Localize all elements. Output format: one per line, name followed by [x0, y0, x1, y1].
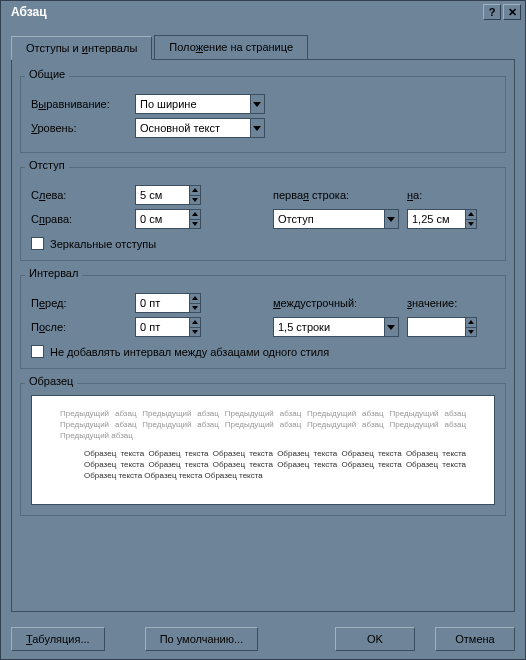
line-spacing-label: междустрочный:: [273, 297, 399, 309]
firstline-combo[interactable]: [273, 209, 399, 229]
chevron-down-icon[interactable]: [250, 119, 264, 137]
group-indent-title: Отступ: [25, 159, 69, 171]
tab-indents-spacing[interactable]: Отступы и интервалы: [11, 36, 152, 60]
tabstrip: Отступы и интервалы Положение на страниц…: [11, 35, 515, 60]
indent-right-spin[interactable]: [135, 209, 201, 229]
mirror-indents-label: Зеркальные отступы: [50, 238, 156, 250]
space-after-spin[interactable]: [135, 317, 201, 337]
level-combo[interactable]: [135, 118, 265, 138]
spin-down-icon[interactable]: [466, 327, 477, 337]
mirror-indents-check[interactable]: Зеркальные отступы: [31, 237, 495, 250]
no-space-same-style-label: Не добавлять интервал между абзацами одн…: [50, 346, 329, 358]
indent-right-value[interactable]: [136, 210, 189, 228]
spin-down-icon[interactable]: [190, 303, 200, 313]
level-value[interactable]: [136, 119, 250, 137]
ok-button[interactable]: OK: [335, 627, 415, 651]
spacing-value-label: значение:: [407, 297, 467, 309]
tab-page-position[interactable]: Положение на странице: [154, 35, 308, 59]
spacing-value-spin[interactable]: [407, 317, 477, 337]
spin-down-icon[interactable]: [190, 195, 200, 205]
space-before-label: Перед:: [31, 297, 127, 309]
space-before-spin[interactable]: [135, 293, 201, 313]
checkbox-icon: [31, 345, 44, 358]
default-button[interactable]: По умолчанию...: [145, 627, 259, 651]
by-value[interactable]: [408, 210, 465, 228]
preview-curr-text: Образец текста Образец текста Образец те…: [60, 448, 466, 482]
chevron-down-icon[interactable]: [250, 95, 264, 113]
space-after-value[interactable]: [136, 318, 189, 336]
chevron-down-icon[interactable]: [384, 318, 398, 336]
chevron-down-icon[interactable]: [384, 210, 398, 228]
indent-left-label: Слева:: [31, 189, 127, 201]
space-before-value[interactable]: [136, 294, 189, 312]
spin-up-icon[interactable]: [190, 318, 200, 327]
paragraph-dialog: Абзац ? ✕ Отступы и интервалы Положение …: [0, 0, 526, 660]
tabs-button[interactable]: Табуляция...: [11, 627, 105, 651]
spin-up-icon[interactable]: [466, 210, 477, 219]
spin-down-icon[interactable]: [190, 219, 200, 229]
titlebar: Абзац ? ✕: [1, 1, 525, 23]
by-spin[interactable]: [407, 209, 477, 229]
preview-box: Предыдущий абзац Предыдущий абзац Предыд…: [31, 395, 495, 505]
group-spacing-title: Интервал: [25, 267, 82, 279]
preview-prev-text: Предыдущий абзац Предыдущий абзац Предыд…: [60, 408, 466, 442]
level-label: Уровень:: [31, 122, 127, 134]
indent-left-value[interactable]: [136, 186, 189, 204]
help-button[interactable]: ?: [483, 4, 501, 20]
spin-up-icon[interactable]: [466, 318, 477, 327]
indent-right-label: Справа:: [31, 213, 127, 225]
spin-down-icon[interactable]: [466, 219, 477, 229]
button-bar: Табуляция... По умолчанию... OK Отмена: [11, 627, 515, 651]
window-title: Абзац: [5, 5, 483, 19]
checkbox-icon: [31, 237, 44, 250]
spin-up-icon[interactable]: [190, 186, 200, 195]
group-general: Общие Выравнивание: Уровень:: [20, 76, 506, 153]
alignment-label: Выравнивание:: [31, 98, 127, 110]
by-label: на:: [407, 189, 467, 201]
firstline-label: первая строка:: [273, 189, 399, 201]
spacing-value-value[interactable]: [408, 318, 465, 336]
spin-up-icon[interactable]: [190, 210, 200, 219]
alignment-value[interactable]: [136, 95, 250, 113]
spin-down-icon[interactable]: [190, 327, 200, 337]
group-preview: Образец Предыдущий абзац Предыдущий абза…: [20, 383, 506, 516]
spin-up-icon[interactable]: [190, 294, 200, 303]
cancel-button[interactable]: Отмена: [435, 627, 515, 651]
tab-panel: Общие Выравнивание: Уровень:: [11, 60, 515, 612]
alignment-combo[interactable]: [135, 94, 265, 114]
line-spacing-value[interactable]: [274, 318, 384, 336]
group-indent: Отступ Слева: первая строка: на: Справа:: [20, 167, 506, 261]
line-spacing-combo[interactable]: [273, 317, 399, 337]
close-button[interactable]: ✕: [503, 4, 521, 20]
group-general-title: Общие: [25, 68, 69, 80]
firstline-value[interactable]: [274, 210, 384, 228]
group-preview-title: Образец: [25, 375, 77, 387]
space-after-label: После:: [31, 321, 127, 333]
no-space-same-style-check[interactable]: Не добавлять интервал между абзацами одн…: [31, 345, 495, 358]
indent-left-spin[interactable]: [135, 185, 201, 205]
group-spacing: Интервал Перед: междустрочный: значение:…: [20, 275, 506, 369]
